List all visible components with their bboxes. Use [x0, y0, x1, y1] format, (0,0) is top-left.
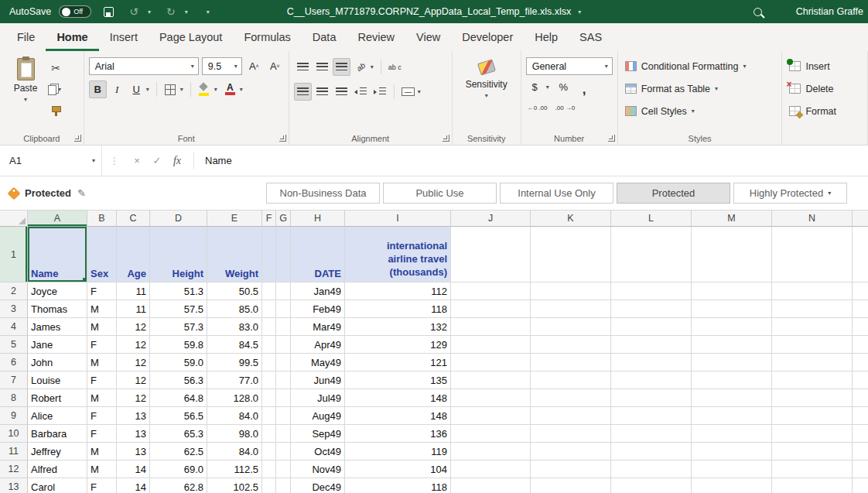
cell-C13[interactable]: 14	[117, 478, 150, 493]
underline-button[interactable]: U	[128, 80, 145, 98]
cell-M1[interactable]	[692, 227, 772, 282]
cell-partial-9[interactable]	[853, 407, 868, 425]
cell-D5[interactable]: 59.8	[150, 336, 207, 354]
cell-G13[interactable]	[276, 478, 291, 493]
cell-F12[interactable]	[262, 460, 276, 478]
cell-I3[interactable]: 118	[345, 300, 451, 318]
cell-D8[interactable]: 64.8	[150, 389, 207, 407]
cell-H7[interactable]: Jun49	[291, 371, 345, 389]
cell-F10[interactable]	[262, 425, 276, 443]
cell-B3[interactable]: M	[87, 300, 117, 318]
cell-K1[interactable]	[531, 227, 611, 282]
conditional-formatting-button[interactable]: Conditional Formatting ▾	[623, 56, 749, 77]
insert-cells-button[interactable]: Insert	[787, 56, 832, 77]
borders-caret-icon[interactable]: ▾	[180, 86, 183, 93]
cell-G2[interactable]	[276, 282, 291, 300]
classification-highly-protected-button[interactable]: Highly Protected ▾	[733, 183, 847, 204]
cell-G1[interactable]	[276, 227, 291, 282]
decrease-font-size-button[interactable]: A˅	[266, 57, 284, 75]
cell-F13[interactable]	[262, 478, 276, 493]
row-header-5[interactable]: 5	[0, 336, 28, 354]
orientation-button[interactable]: ab	[352, 58, 370, 76]
cell-J8[interactable]	[451, 389, 531, 407]
cell-N1[interactable]	[772, 227, 853, 282]
delete-cells-button[interactable]: Delete	[787, 78, 836, 99]
cell-N3[interactable]	[772, 300, 853, 318]
cell-C9[interactable]: 13	[117, 407, 150, 425]
quick-access-toolbar-caret-icon[interactable]: ▾	[207, 9, 210, 15]
align-right-button[interactable]	[333, 83, 350, 101]
align-top-button[interactable]	[294, 58, 312, 76]
cell-G10[interactable]	[276, 425, 291, 443]
alignment-dialog-launcher[interactable]	[443, 135, 449, 142]
cell-E4[interactable]: 83.0	[207, 318, 262, 336]
cell-A10[interactable]: Barbara	[28, 425, 87, 443]
cell-A9[interactable]: Alice	[28, 407, 87, 425]
cell-partial-8[interactable]	[853, 389, 868, 407]
cell-J13[interactable]	[451, 478, 531, 493]
cell-I7[interactable]: 135	[345, 371, 451, 389]
cell-J7[interactable]	[451, 371, 531, 389]
cell-L7[interactable]	[611, 371, 692, 389]
cell-G7[interactable]	[276, 371, 291, 389]
tab-formulas[interactable]: Formulas	[233, 23, 301, 51]
comma-style-button[interactable]: ,	[576, 78, 593, 96]
cell-C12[interactable]: 14	[117, 460, 150, 478]
cell-G5[interactable]	[276, 336, 291, 354]
cell-M11[interactable]	[692, 443, 772, 460]
cell-E11[interactable]: 84.0	[207, 443, 262, 460]
cell-D7[interactable]: 56.3	[150, 371, 207, 389]
cell-A7[interactable]: Louise	[28, 371, 87, 389]
cell-D4[interactable]: 57.3	[150, 318, 207, 336]
cell-M3[interactable]	[692, 300, 772, 318]
cell-C7[interactable]: 12	[117, 371, 150, 389]
formula-input[interactable]: Name	[200, 155, 868, 166]
increase-decimal-button[interactable]: ←0 .00	[526, 99, 549, 117]
cell-G4[interactable]	[276, 318, 291, 336]
format-as-table-button[interactable]: Format as Table ▾	[623, 78, 720, 99]
tab-developer[interactable]: Developer	[451, 23, 524, 51]
cell-J4[interactable]	[451, 318, 531, 336]
cell-partial-5[interactable]	[853, 336, 868, 354]
column-header-K[interactable]: K	[531, 211, 611, 227]
cell-F5[interactable]	[262, 336, 276, 354]
cell-C10[interactable]: 13	[117, 425, 150, 443]
cell-G3[interactable]	[276, 300, 291, 318]
cell-J5[interactable]	[451, 336, 531, 354]
save-icon[interactable]	[104, 7, 114, 17]
italic-button[interactable]: I	[108, 80, 126, 98]
tab-home[interactable]: Home	[46, 23, 98, 51]
row-header-13[interactable]: 13	[0, 478, 28, 493]
cell-F2[interactable]	[262, 282, 276, 300]
tab-page-layout[interactable]: Page Layout	[149, 23, 233, 51]
cell-N2[interactable]	[772, 282, 853, 300]
cell-partial-13[interactable]	[853, 478, 868, 493]
cell-L4[interactable]	[611, 318, 692, 336]
sensitivity-button[interactable]: Sensitivity ▾	[457, 54, 516, 125]
cell-D10[interactable]: 65.3	[150, 425, 207, 443]
tab-review[interactable]: Review	[347, 23, 405, 51]
bold-button[interactable]: B	[89, 80, 107, 98]
cell-partial-3[interactable]	[853, 300, 868, 318]
cell-M5[interactable]	[692, 336, 772, 354]
cell-A2[interactable]: Joyce	[28, 282, 87, 300]
title-dropdown-caret-icon[interactable]: ▾	[578, 9, 581, 15]
cell-E3[interactable]: 85.0	[207, 300, 262, 318]
cell-H1[interactable]: DATE	[291, 227, 345, 282]
cell-K4[interactable]	[531, 318, 611, 336]
cell-E12[interactable]: 112.5	[207, 460, 262, 478]
cell-K3[interactable]	[531, 300, 611, 318]
column-header-M[interactable]: M	[692, 211, 772, 227]
row-header-2[interactable]: 2	[0, 282, 28, 300]
search-icon[interactable]	[754, 8, 762, 16]
cell-H12[interactable]: Nov49	[291, 460, 345, 478]
cell-D11[interactable]: 62.5	[150, 443, 207, 460]
cell-N12[interactable]	[772, 460, 853, 478]
cell-N7[interactable]	[772, 371, 853, 389]
cell-L2[interactable]	[611, 282, 692, 300]
tab-sas[interactable]: SAS	[569, 23, 613, 51]
clipboard-dialog-launcher[interactable]	[74, 135, 81, 142]
cell-G6[interactable]	[276, 354, 291, 371]
cell-M2[interactable]	[692, 282, 772, 300]
cell-C8[interactable]: 12	[117, 389, 150, 407]
